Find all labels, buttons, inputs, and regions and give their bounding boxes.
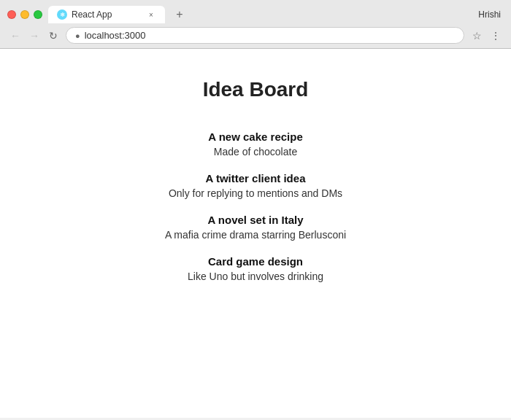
idea-description: Only for replying to mentions and DMs [169,187,342,199]
url-text: localhost:3000 [85,30,146,41]
idea-item: Card game designLike Uno but involves dr… [188,255,323,282]
new-tab-button[interactable]: + [171,6,188,23]
tab-close-button[interactable]: × [146,9,156,20]
idea-name: A new cake recipe [208,131,303,143]
user-name-label: Hrishi [478,9,504,20]
tab-favicon: ⚛ [57,9,67,20]
back-button[interactable]: ← [7,28,23,44]
idea-description: Made of chocolate [208,146,303,158]
idea-list: A new cake recipeMade of chocolateA twit… [15,131,496,297]
lock-icon: ● [75,31,80,40]
close-button[interactable] [7,10,16,19]
forward-button[interactable]: → [26,28,42,44]
minimize-button[interactable] [20,10,29,19]
idea-name: Card game design [188,255,323,268]
maximize-button[interactable] [34,10,42,19]
tab-title-label: React App [72,9,142,20]
idea-description: A mafia crime drama starring Berlusconi [165,229,346,241]
traffic-lights [7,10,42,19]
idea-item: A new cake recipeMade of chocolate [208,131,303,158]
nav-buttons: ← → ↻ [7,28,61,44]
idea-description: Like Uno but involves drinking [188,271,323,282]
reload-button[interactable]: ↻ [45,28,61,44]
menu-button[interactable]: ⋮ [488,28,504,44]
browser-tab[interactable]: ⚛ React App × [48,6,165,23]
title-bar: ⚛ React App × + Hrishi [0,0,511,23]
idea-name: A twitter client idea [169,172,342,184]
page-title: Idea Board [203,78,309,101]
bookmark-button[interactable]: ☆ [469,28,485,44]
idea-name: A novel set in Italy [165,214,346,226]
app-content: Idea Board A new cake recipeMade of choc… [0,49,511,418]
address-bar-row: ← → ↻ ● localhost:3000 ☆ ⋮ [0,23,511,48]
browser-chrome: ⚛ React App × + Hrishi ← → ↻ ● localhost… [0,0,511,49]
address-bar[interactable]: ● localhost:3000 [66,27,464,44]
toolbar-right: ☆ ⋮ [469,28,504,44]
idea-item: A novel set in ItalyA mafia crime drama … [165,214,346,241]
idea-item: A twitter client ideaOnly for replying t… [169,172,342,199]
